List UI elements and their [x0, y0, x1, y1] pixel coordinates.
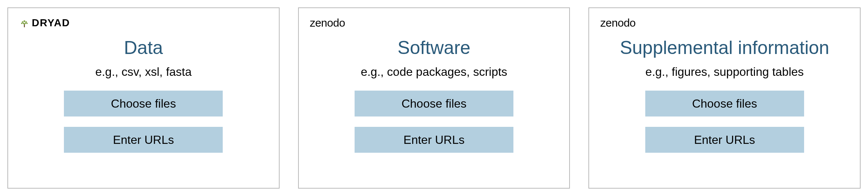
svg-point-2: [25, 21, 27, 23]
svg-point-1: [22, 21, 23, 23]
svg-point-3: [21, 23, 23, 24]
tree-icon: [19, 18, 30, 28]
zenodo-logo-text: zenodo: [310, 17, 345, 29]
svg-point-4: [26, 23, 28, 24]
svg-rect-8: [24, 25, 25, 27]
dryad-logo: DRYAD: [19, 16, 268, 30]
upload-panel-software: zenodo Software e.g., code packages, scr…: [298, 7, 570, 189]
panel-subtitle: e.g., figures, supporting tables: [600, 65, 849, 79]
choose-files-button[interactable]: Choose files: [64, 91, 223, 116]
choose-files-button[interactable]: Choose files: [645, 91, 804, 116]
panel-subtitle: e.g., csv, xsl, fasta: [19, 65, 268, 79]
zenodo-logo: zenodo: [600, 16, 849, 30]
panel-subtitle: e.g., code packages, scripts: [310, 65, 558, 79]
svg-point-0: [24, 20, 25, 22]
panel-title: Supplemental information: [600, 37, 849, 58]
enter-urls-button[interactable]: Enter URLs: [355, 127, 513, 153]
upload-panel-data: DRYAD Data e.g., csv, xsl, fasta Choose …: [7, 7, 280, 189]
panel-title: Data: [19, 37, 268, 58]
zenodo-logo-text: zenodo: [600, 17, 635, 29]
choose-files-button[interactable]: Choose files: [355, 91, 513, 116]
panel-title: Software: [310, 37, 558, 58]
upload-panel-supplemental: zenodo Supplemental information e.g., fi…: [588, 7, 861, 189]
enter-urls-button[interactable]: Enter URLs: [64, 127, 223, 153]
zenodo-logo: zenodo: [310, 16, 558, 30]
dryad-logo-text: DRYAD: [32, 17, 70, 29]
enter-urls-button[interactable]: Enter URLs: [645, 127, 804, 153]
